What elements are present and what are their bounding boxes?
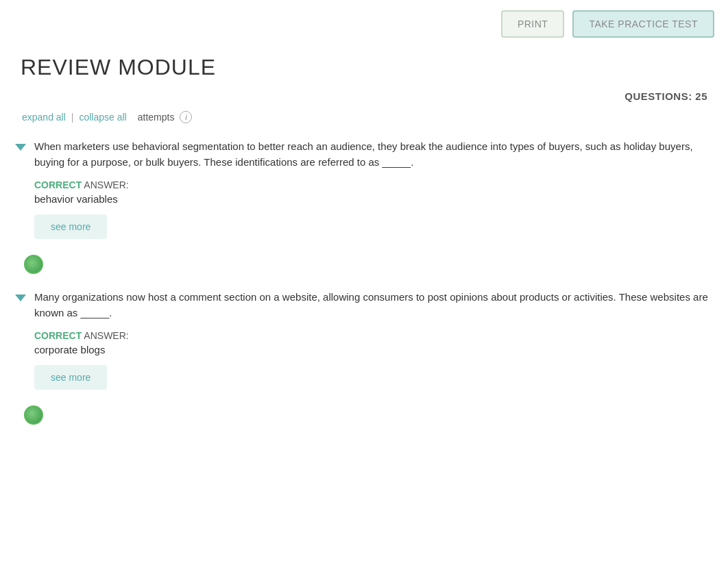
status-dot-1 — [24, 255, 43, 274]
question-2-answer-value: corporate blogs — [34, 344, 714, 355]
status-dot-row-1 — [14, 249, 714, 279]
controls-row: expand all | collapse all attempts i — [0, 105, 728, 129]
question-2-text: Many organizations now host a comment se… — [34, 290, 714, 321]
status-dot-row-2 — [14, 400, 714, 430]
questions-container: When marketers use behavioral segmentati… — [0, 129, 728, 430]
question-1-content: When marketers use behavioral segmentati… — [34, 139, 714, 246]
collapse-all-button[interactable]: collapse all — [77, 112, 128, 123]
correct-label: CORRECT — [34, 179, 82, 190]
question-2-answer-label: CORRECT ANSWER: — [34, 330, 714, 341]
collapse-toggle-icon-2[interactable] — [14, 291, 27, 305]
question-1-answer-value: behavior variables — [34, 193, 714, 205]
separator: | — [71, 112, 74, 123]
page-title: REVIEW MODULE — [0, 48, 728, 87]
attempts-label: attempts — [138, 112, 175, 123]
correct-label-2: CORRECT — [34, 330, 82, 341]
question-item: When marketers use behavioral segmentati… — [14, 129, 714, 249]
see-more-button-1[interactable]: see more — [34, 214, 107, 239]
answer-colon-2: ANSWER: — [84, 330, 128, 341]
triangle-down-icon — [15, 144, 26, 151]
answer-colon: ANSWER: — [84, 179, 128, 190]
question-1-text: When marketers use behavioral segmentati… — [34, 139, 714, 170]
header-bar: PRINT TAKE PRACTICE TEST — [0, 0, 728, 48]
questions-count: QUESTIONS: 25 — [0, 87, 728, 105]
question-1-answer-label: CORRECT ANSWER: — [34, 179, 714, 190]
question-item-2: Many organizations now host a comment se… — [14, 279, 714, 400]
see-more-button-2[interactable]: see more — [34, 365, 107, 390]
take-practice-test-button[interactable]: TAKE PRACTICE TEST — [572, 10, 714, 38]
triangle-down-icon-2 — [15, 295, 26, 301]
info-icon[interactable]: i — [180, 111, 192, 123]
collapse-toggle-icon[interactable] — [14, 140, 27, 154]
print-button[interactable]: PRINT — [501, 10, 565, 38]
status-dot-2 — [24, 405, 43, 425]
question-2-content: Many organizations now host a comment se… — [34, 290, 714, 397]
expand-all-button[interactable]: expand all — [21, 112, 67, 123]
